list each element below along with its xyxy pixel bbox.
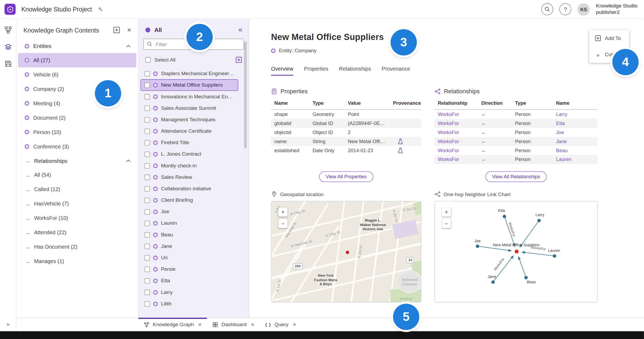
entity-type-item[interactable]: Conference (3)	[18, 139, 136, 154]
detail-tab[interactable]: Overview	[271, 66, 294, 76]
entities-section-header[interactable]: Entities	[17, 39, 138, 53]
search-button[interactable]	[541, 3, 553, 15]
graph-item-row[interactable]: Sales Review	[140, 171, 238, 183]
relationship-type-item[interactable]: → Manages (1)	[18, 254, 136, 268]
relationship-type-link[interactable]: WorksFor	[434, 157, 478, 163]
graph-item-row[interactable]: Firebird Title	[140, 137, 238, 148]
item-checkbox[interactable]	[145, 175, 150, 180]
graph-item-row[interactable]: Collaboration initiative	[140, 183, 238, 194]
detail-tab[interactable]: Properties	[304, 66, 328, 76]
scrollbar-thumb[interactable]	[244, 42, 247, 148]
graph-item-row[interactable]: Attendance Certificate	[140, 125, 238, 137]
tab-dashboard[interactable]: Dashboard ✕	[207, 318, 260, 331]
item-checkbox[interactable]	[145, 186, 150, 191]
entity-type-item[interactable]: Company (2)	[18, 82, 136, 96]
graph-item-row[interactable]: Lauren	[140, 217, 238, 229]
graph-item-row[interactable]: Beau	[140, 229, 238, 240]
item-checkbox[interactable]	[145, 220, 150, 226]
close-panel-icon[interactable]: ✕	[127, 27, 132, 33]
tab-knowledge-graph[interactable]: Knowledge Graph ✕	[138, 318, 207, 331]
view-all-properties-button[interactable]: View All Properties	[319, 171, 373, 182]
item-checkbox[interactable]	[145, 106, 150, 111]
related-entity-link[interactable]: Etta	[553, 120, 598, 126]
relationships-section-header[interactable]: → Relationships	[17, 154, 138, 168]
entity-type-item[interactable]: Vehicle (6)	[18, 67, 136, 82]
item-checkbox[interactable]	[145, 71, 150, 76]
item-checkbox[interactable]	[145, 94, 150, 99]
add-to-button[interactable]: Add To	[589, 30, 629, 47]
data-model-icon[interactable]	[4, 26, 12, 34]
relationship-type-link[interactable]: WorksFor	[434, 120, 478, 126]
item-checkbox[interactable]	[145, 289, 150, 295]
item-checkbox[interactable]	[145, 267, 150, 272]
zoom-in-button[interactable]: +	[442, 208, 451, 217]
link-chart[interactable]: EttaLarryJoeLaurenJaneBeauNew Metal Offi…	[434, 201, 597, 302]
graph-item-row[interactable]: Larry	[140, 286, 238, 298]
entity-type-item[interactable]: All (27)	[18, 53, 136, 67]
relationship-type-item[interactable]: → Has Document (2)	[18, 240, 136, 254]
graph-item-row[interactable]: Staplers Mechanical Engineering	[140, 68, 238, 79]
close-tab-icon[interactable]: ✕	[251, 322, 254, 327]
item-checkbox[interactable]	[145, 232, 150, 237]
graph-item-row[interactable]: L. Jones Contract	[140, 148, 238, 160]
app-logo-icon[interactable]	[5, 4, 16, 15]
graph-item-row[interactable]: Persie	[140, 263, 238, 275]
graph-item-row[interactable]: Managment Techniques	[140, 114, 238, 125]
user-avatar[interactable]: KS	[577, 3, 590, 15]
item-checkbox[interactable]	[145, 301, 150, 306]
provenance-icon[interactable]	[398, 139, 403, 144]
related-entity-link[interactable]: Beau	[553, 148, 598, 154]
relationship-type-item[interactable]: → Attended (22)	[18, 225, 136, 240]
relationship-type-link[interactable]: WorksFor	[434, 139, 478, 144]
relationship-type-item[interactable]: → WorksFor (10)	[18, 211, 136, 225]
graph-item-row[interactable]: Etta	[140, 275, 238, 286]
item-checkbox[interactable]	[145, 255, 150, 260]
item-checkbox[interactable]	[145, 140, 150, 145]
relationship-type-item[interactable]: → Called (12)	[18, 182, 136, 196]
graph-item-row[interactable]: New Metal Office Suppliers	[140, 79, 238, 91]
relationship-type-link[interactable]: WorksFor	[434, 130, 478, 135]
select-all-checkbox[interactable]	[145, 57, 151, 62]
item-checkbox[interactable]	[145, 82, 150, 88]
item-checkbox[interactable]	[145, 209, 150, 214]
item-checkbox[interactable]	[145, 117, 150, 122]
relationship-type-link[interactable]: WorksFor	[434, 148, 478, 154]
entity-type-item[interactable]: Document (2)	[18, 111, 136, 125]
add-item-icon[interactable]	[113, 26, 120, 34]
zoom-in-button[interactable]: +	[278, 208, 287, 217]
tab-query[interactable]: { } Query ✕	[260, 318, 302, 331]
collapse-panel-icon[interactable]: «	[238, 26, 242, 34]
entity-type-item[interactable]: Person (10)	[18, 125, 136, 139]
related-entity-link[interactable]: Jane	[553, 139, 598, 144]
item-checkbox[interactable]	[145, 163, 150, 168]
map[interactable]: k Rd W Clay St N 3rd St N 4th St Marshal…	[271, 201, 421, 302]
graph-item-row[interactable]: Lilith	[140, 298, 238, 309]
relationship-type-item[interactable]: → HasVehicle (7)	[18, 196, 136, 211]
expand-rail-button[interactable]: »	[6, 321, 9, 327]
item-checkbox[interactable]	[145, 151, 150, 157]
contents-layers-icon[interactable]	[4, 43, 12, 51]
relationship-type-link[interactable]: WorksFor	[434, 111, 478, 117]
collapse-button[interactable]: » Colla	[589, 46, 629, 63]
related-entity-link[interactable]: Joe	[553, 130, 598, 135]
save-icon[interactable]	[4, 60, 12, 67]
graph-item-row[interactable]: Sales Associate Summit	[140, 102, 238, 114]
filter-input[interactable]	[143, 39, 244, 50]
item-checkbox[interactable]	[145, 197, 150, 203]
add-entity-icon[interactable]	[235, 56, 242, 63]
graph-item-row[interactable]: Joe	[140, 206, 238, 217]
zoom-out-button[interactable]: −	[278, 219, 287, 228]
detail-tab[interactable]: Relationships	[339, 66, 371, 76]
detail-tab[interactable]: Provenance	[382, 66, 410, 76]
entity-type-item[interactable]: Meeting (4)	[18, 96, 136, 111]
edit-title-icon[interactable]: ✎	[98, 6, 103, 13]
type-filter-dropdown[interactable]: All	[154, 27, 238, 33]
view-all-relationships-button[interactable]: View All Relationships	[485, 171, 547, 182]
related-entity-link[interactable]: Larry	[553, 111, 598, 117]
related-entity-link[interactable]: Lauren	[553, 157, 598, 163]
provenance-icon[interactable]	[398, 148, 403, 154]
graph-item-row[interactable]: Client Briefing	[140, 194, 238, 206]
item-checkbox[interactable]	[145, 278, 150, 283]
item-checkbox[interactable]	[145, 244, 150, 249]
graph-item-row[interactable]: Montly check-in	[140, 160, 238, 171]
